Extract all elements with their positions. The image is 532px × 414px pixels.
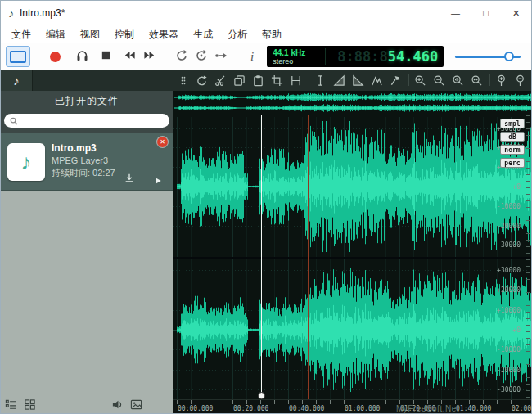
fade-in-button[interactable] bbox=[331, 73, 347, 88]
paste-icon bbox=[252, 74, 264, 87]
list-view-icon[interactable] bbox=[5, 398, 18, 412]
time-ruler-label: 02:00 bbox=[512, 405, 531, 412]
skip-forward-button[interactable] bbox=[142, 49, 157, 64]
waveform-area: smpl dB norm perc +30000+20000+10000+0-1… bbox=[173, 91, 531, 413]
search-input[interactable] bbox=[22, 115, 164, 127]
toolbar-grip-icon[interactable] bbox=[175, 73, 191, 88]
menu-analyze[interactable]: 分析 bbox=[220, 25, 255, 44]
cursor-handle[interactable] bbox=[258, 392, 265, 399]
app-window: ♪ Intro.mp3* — □ ✕ 文件 编辑 视图 控制 效果器 生成 分析… bbox=[0, 0, 532, 414]
app-icon: ♪ bbox=[8, 7, 14, 20]
play-file-icon[interactable] bbox=[153, 174, 163, 184]
envelope-icon bbox=[371, 74, 383, 87]
fade-out-button[interactable] bbox=[350, 73, 366, 88]
minimize-button[interactable]: — bbox=[440, 1, 471, 25]
titlebar: ♪ Intro.mp3* — □ ✕ bbox=[1, 1, 531, 25]
loop-selection-button[interactable] bbox=[195, 49, 210, 64]
zoom-selection-icon bbox=[452, 74, 464, 87]
fade-out-icon bbox=[352, 74, 364, 87]
zoom-out-button[interactable] bbox=[431, 73, 447, 88]
amplitude-label: +0 bbox=[512, 183, 521, 191]
zoom-in-button[interactable] bbox=[413, 73, 428, 88]
paste-button[interactable] bbox=[250, 73, 266, 88]
zoom-all-button[interactable] bbox=[469, 73, 485, 88]
menu-help[interactable]: 帮助 bbox=[255, 25, 289, 44]
file-thumbnail: ♪ bbox=[7, 143, 45, 181]
sidebar-header: 已打开的文件 bbox=[1, 91, 173, 110]
waveform-canvas[interactable] bbox=[173, 117, 532, 399]
lcd-display: 44.1 kHz stereo 8:88:8 54.460 bbox=[267, 46, 444, 67]
menu-view[interactable]: 视图 bbox=[73, 25, 107, 44]
zoom-selection-button[interactable] bbox=[450, 73, 466, 88]
menu-generate[interactable]: 生成 bbox=[186, 25, 220, 44]
time-ruler-label: 00:00.000 bbox=[178, 405, 213, 412]
time-ruler[interactable]: 00:00.00000:20.00000:40.00001:00.00001:2… bbox=[173, 399, 531, 414]
scale-norm-button[interactable]: norm bbox=[500, 145, 525, 155]
menu-file[interactable]: 文件 bbox=[4, 25, 38, 44]
amplitude-label: +10000 bbox=[497, 307, 521, 314]
amplitude-label: -20000 bbox=[497, 223, 521, 230]
amplitude-axis-ticks bbox=[526, 115, 530, 399]
edit-toolbar: ♪ bbox=[1, 70, 531, 91]
volume-slider[interactable] bbox=[455, 49, 521, 64]
file-tab-icon[interactable]: ♪ bbox=[1, 70, 33, 91]
scale-buttons: smpl dB norm perc bbox=[500, 119, 525, 168]
trim-icon bbox=[290, 74, 302, 87]
scale-smpl-button[interactable]: smpl bbox=[500, 119, 525, 128]
grid-view-icon[interactable] bbox=[24, 398, 37, 412]
skip-back-icon bbox=[123, 49, 137, 61]
amplitude-label: -30000 bbox=[497, 386, 521, 394]
loop-icon bbox=[175, 49, 188, 62]
menu-edit[interactable]: 编辑 bbox=[38, 25, 73, 44]
amplitude-label: +30000 bbox=[497, 267, 521, 274]
headphones-icon bbox=[75, 49, 89, 62]
skip-back-button[interactable] bbox=[123, 49, 138, 64]
channel-mode-value: stereo bbox=[273, 57, 318, 65]
scale-db-button[interactable]: dB bbox=[500, 132, 525, 142]
record-button[interactable] bbox=[50, 52, 61, 62]
zoom-vertical-out-button[interactable] bbox=[512, 73, 528, 88]
ibeam-icon bbox=[314, 74, 327, 87]
volume-handle[interactable] bbox=[504, 52, 514, 61]
play-from-cursor-icon bbox=[214, 49, 228, 62]
copy-button[interactable] bbox=[232, 73, 247, 88]
crop-button[interactable] bbox=[269, 73, 285, 88]
file-list-item[interactable]: ♪ Intro.mp3 MPEG Layer3 持续时间: 02:27 ✕ bbox=[1, 133, 173, 191]
monitor-button[interactable] bbox=[75, 49, 90, 64]
loop-button[interactable] bbox=[175, 49, 190, 64]
search-icon bbox=[10, 117, 18, 125]
menu-effects[interactable]: 效果器 bbox=[142, 25, 186, 44]
stop-button[interactable] bbox=[100, 49, 115, 64]
insert-silence-button[interactable] bbox=[313, 73, 328, 88]
edit-cursor[interactable] bbox=[261, 115, 262, 399]
time-ruler-label: 00:40.000 bbox=[289, 405, 324, 412]
cut-button[interactable] bbox=[213, 73, 228, 88]
normalize-button[interactable] bbox=[388, 73, 404, 88]
waveform-overview[interactable] bbox=[173, 92, 532, 114]
speaker-icon[interactable] bbox=[111, 398, 124, 412]
redo-button[interactable] bbox=[194, 73, 210, 88]
play-from-cursor-button[interactable] bbox=[214, 49, 229, 64]
close-button[interactable]: ✕ bbox=[501, 1, 531, 25]
zoom-in-icon bbox=[414, 74, 426, 87]
trim-button[interactable] bbox=[288, 73, 304, 88]
window-controls: — □ ✕ bbox=[440, 1, 531, 25]
file-name: Intro.mp3 bbox=[52, 142, 166, 154]
search-bar bbox=[1, 110, 173, 133]
zoom-vertical-in-button[interactable] bbox=[494, 73, 509, 88]
lcd-format-section: 44.1 kHz stereo bbox=[273, 48, 326, 65]
info-button[interactable]: i bbox=[250, 50, 254, 64]
scale-perc-button[interactable]: perc bbox=[500, 158, 525, 168]
file-format: MPEG Layer3 bbox=[52, 155, 166, 166]
marquee-icon bbox=[10, 51, 26, 63]
selection-tool-button[interactable] bbox=[6, 46, 30, 67]
copy-icon bbox=[233, 74, 246, 87]
menu-control[interactable]: 控制 bbox=[107, 25, 142, 44]
play-cursor[interactable] bbox=[308, 115, 309, 399]
close-file-button[interactable]: ✕ bbox=[157, 137, 168, 147]
envelope-button[interactable] bbox=[369, 73, 385, 88]
image-view-icon[interactable] bbox=[130, 398, 143, 412]
download-icon[interactable] bbox=[124, 173, 135, 184]
maximize-button[interactable]: □ bbox=[471, 1, 501, 25]
file-duration: 持续时间: 02:27 bbox=[52, 168, 166, 178]
